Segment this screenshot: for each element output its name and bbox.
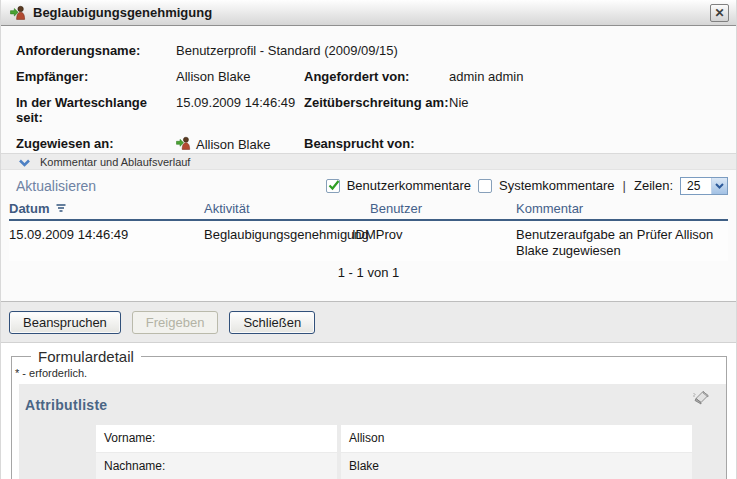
requested-by-value: admin admin (449, 69, 728, 84)
check-icon (327, 178, 341, 192)
first-name-label: Vorname: (96, 425, 337, 452)
window-title: Beglaubigungsgenehmigung (33, 5, 212, 20)
column-header-benutzer[interactable]: Benutzer (352, 201, 516, 216)
claim-button[interactable]: Beanspruchen (9, 311, 121, 334)
column-header-datum[interactable]: Datum (9, 201, 204, 216)
claimed-by-value (449, 136, 728, 153)
close-icon: ✕ (714, 7, 724, 19)
comment-history-table: Datum Aktivität Benutzer Kommentar 15.09… (9, 201, 728, 280)
request-name-value: Benutzerprofil - Standard (2009/09/15) (176, 43, 728, 58)
attribute-list-title: Attributliste (19, 397, 726, 413)
close-task-button[interactable]: Schließen (229, 311, 315, 334)
timeout-at-label: Zeitüberschreitung am: (304, 95, 449, 125)
pagination: 1 - 1 von 1 (9, 265, 728, 280)
close-button[interactable]: ✕ (710, 4, 729, 22)
timeout-at-value: Nie (449, 95, 728, 125)
comments-controls: Aktualisieren Benutzerkommentare Systemk… (1, 170, 736, 201)
controls-separator: | (623, 178, 626, 193)
user-comments-checkbox[interactable] (326, 179, 340, 193)
release-button[interactable]: Freigeben (132, 311, 219, 334)
cell-datum: 15.09.2009 14:46:49 (9, 227, 204, 261)
in-queue-since-label: In der Warteschlange seit: (16, 95, 176, 125)
in-queue-since-value: 15.09.2009 14:46:49 (176, 95, 304, 125)
dropdown-arrow-icon[interactable] (711, 178, 727, 194)
recipient-label: Empfänger: (16, 69, 176, 84)
attribute-list-panel: Attributliste Vorname: Allison Nachname:… (19, 384, 726, 479)
request-name-label: Anforderungsname: (16, 43, 176, 58)
column-header-datum-label: Datum (9, 201, 49, 216)
cell-kommentar: Benutzeraufgabe an Prüfer Allison Blake … (516, 227, 728, 261)
cell-aktivitaet: Beglaubigungsgenehmigung (204, 227, 352, 261)
rows-select-value: 25 (681, 179, 711, 193)
cell-benutzer: IDMProv (352, 227, 516, 261)
form-detail-legend: Formulardetail (31, 348, 141, 365)
action-button-bar: Beanspruchen Freigeben Schließen (1, 302, 736, 343)
user-comments-label: Benutzerkommentare (347, 178, 471, 193)
form-detail-fieldset: Formulardetail * - erforderlich. Attribu… (11, 348, 727, 479)
column-header-kommentar[interactable]: Kommentar (516, 201, 728, 216)
comments-section-title: Kommentar und Ablaufsverlauf (40, 156, 190, 168)
attribute-table: Vorname: Allison Nachname: Blake (96, 425, 692, 479)
table-header-row: Datum Aktivität Benutzer Kommentar (9, 201, 728, 221)
required-note: * - erforderlich. (15, 367, 726, 379)
assigned-to-label: Zugewiesen an: (16, 136, 176, 153)
task-detail-panel: Anforderungsname: Benutzerprofil - Stand… (1, 26, 736, 302)
column-header-aktivitaet[interactable]: Aktivität (204, 201, 352, 216)
claimed-by-label: Beansprucht von: (304, 136, 449, 153)
last-name-label: Nachname: (96, 453, 337, 479)
last-name-value: Blake (341, 453, 692, 479)
first-name-value: Allison (341, 425, 692, 452)
comments-section-header[interactable]: Kommentar und Ablaufsverlauf (1, 153, 736, 170)
task-dialog: Beglaubigungsgenehmigung ✕ Anforderungsn… (0, 0, 737, 479)
form-detail-section: Formulardetail * - erforderlich. Attribu… (1, 343, 736, 479)
assigned-to-value: Allison Blake (196, 137, 270, 152)
assigned-to-value-wrap: Allison Blake (176, 136, 304, 153)
assigned-user-icon (176, 136, 191, 153)
refresh-link[interactable]: Aktualisieren (16, 178, 96, 194)
collapse-chevron-icon[interactable] (18, 153, 31, 171)
task-user-arrow-icon (10, 5, 26, 20)
system-comments-label: Systemkommentare (499, 178, 615, 193)
recipient-value: Allison Blake (176, 69, 304, 84)
requested-by-label: Angefordert von: (304, 69, 449, 84)
window-titlebar: Beglaubigungsgenehmigung ✕ (1, 0, 736, 26)
comment-filter-controls: Benutzerkommentare Systemkommentare | Ze… (326, 177, 728, 195)
system-comments-checkbox[interactable] (478, 179, 492, 193)
table-row: 15.09.2009 14:46:49 Beglaubigungsgenehmi… (9, 221, 728, 261)
rows-select[interactable]: 25 (680, 177, 728, 195)
sort-icon (56, 204, 66, 213)
rows-label: Zeilen: (634, 178, 673, 193)
eraser-icon[interactable] (692, 388, 711, 409)
task-fields: Anforderungsname: Benutzerprofil - Stand… (1, 26, 736, 153)
